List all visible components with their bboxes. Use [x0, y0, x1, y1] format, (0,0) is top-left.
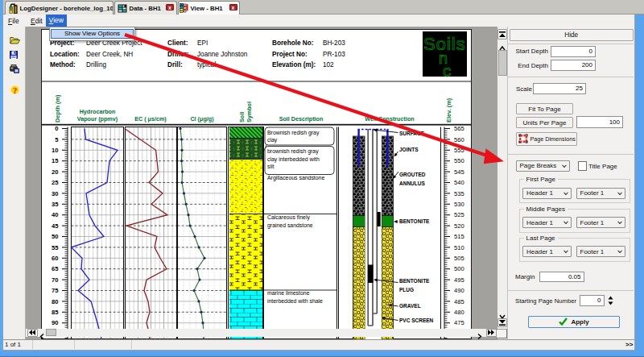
svg-text:80: 80 — [52, 298, 58, 305]
svg-text:35: 35 — [52, 201, 59, 208]
svg-text:interbedded with shale: interbedded with shale — [267, 298, 323, 304]
svg-text:510: 510 — [454, 244, 464, 251]
svg-text:525: 525 — [454, 211, 464, 218]
svg-text:marine limestone: marine limestone — [267, 290, 310, 296]
svg-text:50: 50 — [52, 233, 58, 240]
svg-text:Brownish redish gray: Brownish redish gray — [267, 130, 320, 136]
svg-text:PR-103: PR-103 — [323, 51, 345, 58]
svg-text:90: 90 — [52, 319, 58, 326]
svg-text:PLUG: PLUG — [399, 287, 414, 293]
svg-text:560: 560 — [454, 136, 464, 143]
svg-text:25: 25 — [52, 179, 59, 186]
svg-text:40: 40 — [52, 211, 58, 218]
svg-text:ANNULUS: ANNULUS — [399, 181, 425, 186]
svg-text:0: 0 — [55, 125, 58, 132]
svg-text:Symbol: Symbol — [246, 102, 253, 122]
svg-text:495: 495 — [454, 276, 464, 284]
svg-text:typical: typical — [197, 61, 216, 68]
svg-text:Joanne Johnston: Joanne Johnston — [197, 51, 248, 58]
svg-text:Calcareous finely: Calcareous finely — [267, 214, 310, 221]
svg-text:BH-203: BH-203 — [323, 39, 345, 47]
svg-text:535: 535 — [454, 190, 464, 197]
svg-text:Hydrocarbon: Hydrocarbon — [80, 108, 116, 115]
svg-text:15: 15 — [52, 157, 59, 164]
svg-text:Client:: Client: — [167, 39, 188, 47]
svg-text:BENTONITE: BENTONITE — [399, 278, 430, 284]
svg-text:545: 545 — [454, 168, 464, 176]
svg-text:85: 85 — [52, 309, 59, 316]
svg-text:485: 485 — [454, 298, 464, 305]
svg-text:515: 515 — [454, 233, 464, 240]
svg-text:Soil Description: Soil Description — [279, 115, 324, 122]
svg-text:EPI: EPI — [197, 39, 208, 47]
svg-text:BENTONITE: BENTONITE — [399, 218, 430, 224]
svg-text:GRAVEL: GRAVEL — [399, 303, 421, 309]
svg-text:c: c — [443, 61, 452, 80]
svg-text:silt: silt — [267, 164, 275, 169]
svg-text:102: 102 — [323, 61, 334, 68]
svg-text:Elev. (m): Elev. (m) — [445, 98, 452, 122]
svg-text:65: 65 — [52, 265, 59, 272]
svg-text:10: 10 — [52, 147, 58, 154]
svg-text:500: 500 — [454, 265, 464, 272]
svg-text:550: 550 — [454, 157, 464, 164]
svg-text:brownish redish gray: brownish redish gray — [267, 148, 319, 155]
svg-text:Project No:: Project No: — [272, 51, 308, 58]
svg-text:480: 480 — [454, 309, 464, 316]
svg-text:?: ? — [12, 85, 16, 94]
svg-text:Borehole No:: Borehole No: — [272, 39, 313, 47]
svg-text:60: 60 — [52, 255, 58, 262]
svg-text:45: 45 — [52, 222, 59, 230]
svg-text:530: 530 — [454, 201, 464, 208]
svg-text:Cl (μg/g): Cl (μg/g) — [190, 115, 214, 122]
svg-text:PVC SCREEN: PVC SCREEN — [399, 318, 434, 323]
svg-text:Vapour (ppmv): Vapour (ppmv) — [77, 115, 118, 122]
svg-text:55: 55 — [52, 244, 59, 251]
svg-text:505: 505 — [454, 255, 464, 262]
svg-text:Well Construction: Well Construction — [365, 115, 414, 122]
svg-text:Drill:: Drill: — [167, 61, 183, 68]
svg-text:540: 540 — [454, 179, 464, 186]
svg-text:Location:: Location: — [50, 51, 80, 58]
svg-text:565: 565 — [454, 125, 464, 132]
svg-text:520: 520 — [454, 222, 464, 230]
svg-text:clay interbedded with: clay interbedded with — [267, 156, 320, 163]
svg-text:Drilling: Drilling — [86, 61, 106, 68]
svg-text:70: 70 — [52, 276, 58, 284]
svg-text:490: 490 — [454, 287, 464, 294]
svg-text:JOINTS: JOINTS — [399, 147, 419, 152]
svg-text:Argillaceous sandstone: Argillaceous sandstone — [267, 175, 324, 181]
svg-text:grained sandstone: grained sandstone — [267, 222, 313, 229]
svg-text:555: 555 — [454, 147, 464, 154]
svg-text:Depth (m): Depth (m) — [54, 94, 61, 122]
svg-text:SURFACE: SURFACE — [399, 131, 425, 136]
svg-text:Method:: Method: — [50, 61, 76, 68]
svg-text:Soil: Soil — [238, 112, 246, 122]
svg-text:30: 30 — [52, 190, 58, 197]
svg-text:20: 20 — [52, 168, 58, 176]
svg-text:Driller:: Driller: — [167, 51, 188, 58]
svg-text:Elevation (m):: Elevation (m): — [272, 61, 316, 68]
svg-text:GROUTED: GROUTED — [399, 172, 426, 177]
svg-text:Deer Creek, NH: Deer Creek, NH — [86, 51, 133, 58]
svg-text:75: 75 — [52, 287, 59, 294]
svg-text:clay: clay — [267, 137, 278, 143]
svg-text:475: 475 — [454, 319, 464, 326]
svg-text:EC ( μs/cm): EC ( μs/cm) — [134, 115, 167, 122]
